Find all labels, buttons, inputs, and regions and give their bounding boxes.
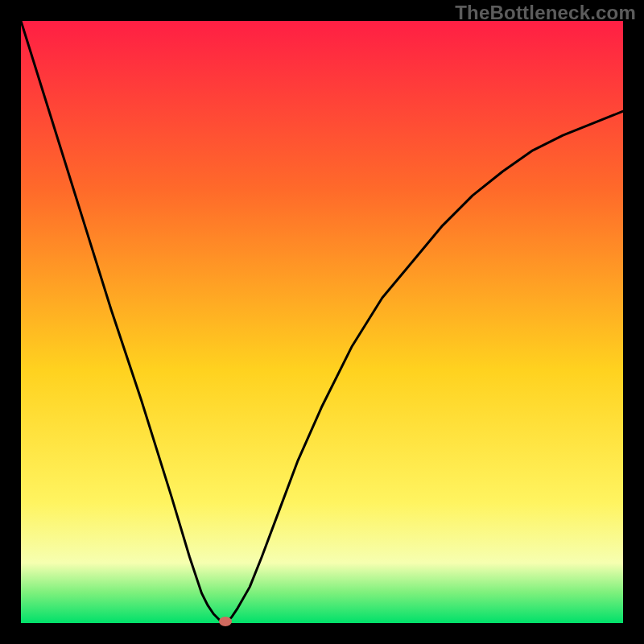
gradient-background: [21, 21, 623, 623]
minimum-point-marker: [219, 617, 232, 626]
chart-frame: TheBottleneck.com: [0, 0, 644, 644]
bottleneck-chart: [21, 21, 623, 623]
watermark-text: TheBottleneck.com: [455, 2, 636, 24]
